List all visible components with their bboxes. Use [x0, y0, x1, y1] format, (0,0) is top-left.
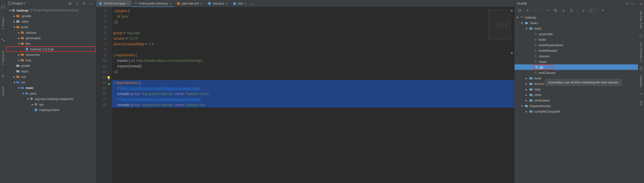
gear-icon[interactable] — [81, 1, 87, 6]
tree-item[interactable]: ▸resources — [6, 52, 96, 57]
tree-item[interactable]: ▸.idea — [6, 19, 96, 24]
warning-strip-mark[interactable] — [511, 10, 513, 12]
code-line[interactable]: id 'java' — [112, 14, 514, 19]
tree-item[interactable]: ▸rpc — [6, 102, 96, 107]
code-line[interactable] — [112, 47, 514, 52]
structure-stripe-icon[interactable] — [1, 38, 5, 42]
gradle-tree-item[interactable]: testClasses — [515, 70, 638, 75]
code-line[interactable]: sourceCompatibility = '1.8' — [112, 41, 514, 47]
gradle-tree-item[interactable]: ▾Dependencies — [515, 103, 638, 109]
elephant-run-icon[interactable] — [545, 8, 550, 13]
tree-item[interactable]: ▾libs — [6, 41, 96, 46]
editor-tab[interactable]: yarn-site.xml× — [174, 0, 205, 7]
gear-icon[interactable] — [624, 1, 630, 6]
minimap[interactable] — [488, 10, 511, 40]
database-icon[interactable] — [639, 67, 643, 70]
tree-item[interactable]: ▸.gradle — [6, 13, 96, 19]
hide-icon[interactable]: — — [630, 1, 635, 6]
gradle-tree-item[interactable]: buildDependents — [515, 42, 638, 48]
editor-tab[interactable]: CJob.java× — [205, 0, 230, 7]
keypromo-label[interactable]: Key Promoter X — [640, 42, 643, 62]
code-line[interactable]: compile group: 'org.apache.hadoop', name… — [112, 102, 514, 108]
code-line[interactable]: ⊟repositories { — [112, 52, 514, 58]
database-label[interactable]: Database — [640, 75, 643, 87]
remove-icon[interactable]: − — [533, 8, 538, 13]
warning-strip-mark[interactable] — [511, 52, 513, 54]
gradle-tree-item[interactable]: ▸other — [515, 92, 638, 98]
gradle-tree-item[interactable]: ▸help — [515, 86, 638, 92]
tree-item[interactable]: ▾org.xiao.hadoop.chapter01 — [6, 96, 96, 102]
tree-item[interactable]: ▾build — [6, 24, 96, 30]
reload-icon[interactable] — [517, 8, 522, 13]
gradle-tree-item[interactable]: classes — [515, 53, 638, 59]
code-line[interactable]: ⊟plugins { — [112, 8, 514, 14]
commit-stripe-label[interactable]: Commit — [2, 85, 5, 98]
expand-all-icon[interactable] — [74, 1, 80, 6]
project-root-name[interactable]: hadoop — [17, 9, 28, 12]
close-icon[interactable]: × — [127, 2, 129, 6]
gradle-stripe-label[interactable]: Gra — [640, 101, 643, 105]
download-sources-icon[interactable] — [561, 8, 566, 13]
gradle-tree-item[interactable]: assemble — [515, 31, 638, 37]
gradle-stripe-icon[interactable] — [639, 92, 643, 96]
tree-item[interactable]: ▸classes — [6, 30, 96, 35]
code-line[interactable] — [112, 74, 514, 80]
gradle-tree-item[interactable]: ▾build — [515, 26, 638, 31]
more-tabs-chevron-icon[interactable]: ⌄ — [251, 2, 253, 5]
tree-item[interactable]: input — [6, 68, 96, 74]
gradle-tree-item[interactable]: ▾Tasks — [515, 20, 638, 26]
gradle-tree-item[interactable]: jar — [515, 64, 638, 70]
close-icon[interactable]: × — [244, 2, 246, 6]
gradle-tree-item[interactable]: ▸verification — [515, 98, 638, 103]
close-icon[interactable]: × — [226, 2, 228, 6]
tree-item[interactable]: ▸generated — [6, 35, 96, 41]
editor-code[interactable]: ✕ ⊟plugins { id 'java'⊟}group = 'org.xia… — [112, 7, 514, 183]
project-stripe-label[interactable]: 1: Project — [2, 16, 5, 31]
close-icon[interactable]: × — [169, 2, 171, 6]
locate-icon[interactable] — [67, 1, 73, 6]
expand-tree-icon[interactable] — [569, 8, 574, 13]
code-line[interactable]: ⊟} — [112, 69, 514, 74]
wrench-icon[interactable] — [600, 8, 606, 13]
gradle-tree-item[interactable]: clean — [515, 59, 638, 64]
code-line[interactable]: ⊟dependencies { — [112, 80, 514, 85]
structure-stripe-label[interactable]: 7: Structure — [2, 49, 5, 67]
project-tree[interactable]: ▾hadoopD:\Project\BigDateNotes\src\hadoo… — [6, 7, 96, 183]
tree-item[interactable]: hadoop-1.0.0.jar — [6, 46, 96, 52]
project-panel-title[interactable]: Project ▾ — [8, 2, 25, 5]
gradle-tree-item[interactable]: ▸compileClasspath — [515, 109, 638, 114]
code-line[interactable]: compile group: 'org.apache.hadoop', name… — [112, 91, 514, 97]
editor-gutter[interactable]: 12345678910111213💡14▶15161718 — [96, 7, 112, 183]
tree-item[interactable]: CHadoopClient — [6, 107, 96, 113]
gradle-tree-item[interactable]: build — [515, 37, 638, 42]
hide-icon[interactable]: — — [88, 1, 94, 6]
key-promoter-icon[interactable] — [639, 34, 643, 37]
code-line[interactable]: // https://mvnrepository.com/artifact/or… — [112, 85, 514, 91]
add-icon[interactable]: + — [525, 8, 530, 13]
gradle-tree-item[interactable]: buildNeeded — [515, 48, 638, 53]
tree-item[interactable]: ▾java — [6, 90, 96, 96]
tree-item[interactable]: ▾src — [6, 79, 96, 85]
toggle-offline-icon[interactable] — [581, 8, 586, 13]
project-stripe-icon[interactable] — [1, 5, 5, 9]
tree-item[interactable]: ▸out — [6, 74, 96, 79]
gradle-tree-item[interactable]: ▾hadoop — [515, 15, 638, 20]
code-line[interactable]: ⊟} — [112, 19, 514, 25]
editor-tab[interactable]: CJob× — [230, 0, 249, 7]
show-deps-icon[interactable] — [553, 8, 558, 13]
gradle-tree[interactable]: Assembles a jar archive containing the m… — [515, 14, 638, 183]
tree-item[interactable]: ▸tmp — [6, 57, 96, 63]
tree-item[interactable]: ▾main — [6, 85, 96, 90]
tree-item[interactable]: gradle — [6, 63, 96, 68]
commit-stripe-icon[interactable] — [1, 74, 5, 78]
bigdata-label[interactable]: Big Data Tools — [640, 11, 643, 29]
code-line[interactable]: maven { url 'http://maven.aliyun.com/nex… — [112, 58, 514, 63]
toggle-build-icon[interactable] — [589, 8, 594, 13]
close-icon[interactable]: × — [200, 2, 202, 6]
code-line[interactable]: group = 'org.xiao' — [112, 30, 514, 36]
editor-tab[interactable]: build.gradle (hadoop)× — [132, 0, 174, 7]
code-line[interactable]: mavenCentral() — [112, 63, 514, 69]
database-tool-d-icon[interactable]: D — [639, 3, 643, 6]
code-line[interactable] — [112, 25, 514, 30]
editor-tab[interactable]: CWordCount.java× — [96, 0, 132, 7]
